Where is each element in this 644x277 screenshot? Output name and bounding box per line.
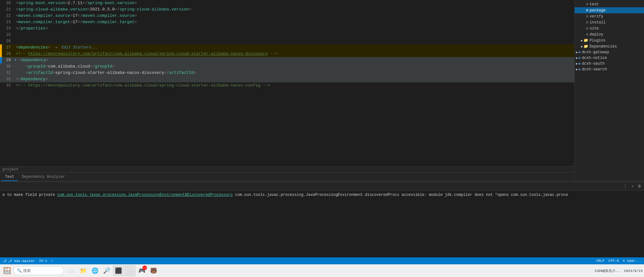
- encoding-label[interactable]: UTF-8: [609, 259, 619, 263]
- maven-sidebar: ⚙ test ⚙ package ⚙ verify: [574, 0, 644, 181]
- error-prefix: e to make field private: [3, 193, 57, 197]
- line-content-27: <dependencies> ✏ Edit Starters...: [15, 44, 574, 51]
- line-26: 26: [0, 38, 574, 44]
- terminal-error-line: e to make field private com.sun.tools.ja…: [3, 193, 641, 197]
- terminal-icon: ⬛: [115, 267, 122, 274]
- chevron-oauth-icon: ▶: [576, 62, 578, 66]
- chevron-gateway-icon: ▶: [576, 50, 578, 54]
- terminal-toolbar: ⋮ ✕ 🗑: [0, 182, 644, 191]
- chevron-deps-icon: ▶: [581, 45, 583, 48]
- error-class-link[interactable]: com.sun.tools.javac.processing.JavaProce…: [57, 193, 233, 197]
- maven-item-install[interactable]: ⚙ install: [575, 19, 644, 25]
- idea-icon: ☕: [129, 267, 132, 274]
- line-20: 20 <spring-boot.version>2.7.11</spring-b…: [0, 0, 574, 6]
- line-ending-label[interactable]: CRLF: [596, 259, 604, 263]
- maven-icon-install: ⚙: [586, 20, 588, 25]
- folder-plugins-icon: 📁: [584, 38, 588, 43]
- line-content-24: </properties>: [15, 25, 574, 32]
- maven-label-dependencies: Dependencies: [590, 44, 617, 49]
- terminal-trash-icon[interactable]: 🗑: [638, 184, 641, 189]
- git-sync-icon[interactable]: ↕: [51, 259, 53, 263]
- taskbar-app-bear[interactable]: 🐻: [148, 265, 159, 276]
- line-num-31: 31: [2, 70, 15, 76]
- maven-item-package[interactable]: ⚙ package: [575, 7, 644, 13]
- maven-label-notice: dcxh-notice: [582, 56, 607, 60]
- line-32: 32 </dependency>: [0, 76, 574, 82]
- line-num-21: 21: [2, 6, 15, 13]
- maven-item-site[interactable]: ⚙ site: [575, 25, 644, 31]
- tab-dependency-analyzer[interactable]: Dependency Analyzer: [18, 173, 69, 181]
- terminal-area: ⋮ ✕ 🗑 e to make field private com.sun.to…: [0, 181, 644, 257]
- maven-item-plugins[interactable]: ▶ 📁 Plugins: [575, 37, 644, 43]
- maven-label-package: package: [590, 8, 605, 13]
- status-left: ⎇ ⎇ k8s-master 15:1 ↕: [3, 259, 53, 263]
- maven-item-verify[interactable]: ⚙ verify: [575, 13, 644, 19]
- code-panel: 20 <spring-boot.version>2.7.11</spring-b…: [0, 0, 574, 181]
- line-29: 29 ● <dependency>: [0, 57, 574, 63]
- windows-start-button[interactable]: 🪟: [1, 265, 13, 276]
- taskbar: 🪟 🔍 搜索 🗂 📁 🌐 🔎 ⬛ ☕: [0, 264, 644, 277]
- git-branch-label: ⎇ k8s-master: [8, 259, 35, 263]
- taskbar-app-search2[interactable]: 🔎: [101, 265, 112, 276]
- maven-label-test: test: [590, 2, 599, 7]
- status-right: CRLF UTF-8 4 spac...: [596, 259, 641, 263]
- maven-label-install: install: [590, 20, 605, 25]
- module-oauth-icon: m: [578, 62, 581, 66]
- line-num-22: 22: [2, 13, 15, 19]
- maven-icon-test: ⚙: [586, 2, 588, 7]
- line-content-22: <maven.compiler.source>17</maven.compile…: [15, 13, 574, 19]
- line-content-23: <maven.compiler.target>17</maven.compile…: [15, 19, 574, 25]
- line-content-33: <!-- https://mvnrepository.com/artifact/…: [15, 82, 574, 89]
- maven-item-test[interactable]: ⚙ test: [575, 1, 644, 7]
- taskbar-app-badge[interactable]: 🎮 22: [136, 265, 148, 276]
- search-bar[interactable]: 🔍 搜索: [13, 266, 64, 275]
- search2-icon: 🔎: [103, 267, 110, 274]
- taskbar-app-terminal[interactable]: ⬛: [113, 265, 124, 276]
- maven-item-gateway[interactable]: ▶ m dcxh-gateway: [575, 49, 644, 55]
- line-25: 25: [0, 32, 574, 38]
- taskbar-app-taskview[interactable]: 🗂: [66, 265, 77, 276]
- terminal-content: e to make field private com.sun.tools.ja…: [0, 191, 644, 257]
- line-content-20: <spring-boot.version>2.7.11</spring-boot…: [15, 0, 574, 6]
- line-content-31: <artifactId>spring-cloud-starter-alibaba…: [15, 70, 574, 76]
- terminal-close-icon[interactable]: ✕: [632, 184, 634, 189]
- taskbar-apps-group: 🗂 📁 🌐 🔎 ⬛ ☕ 🎮 22 🐻: [66, 265, 159, 276]
- line-num-24: 24: [2, 25, 15, 32]
- maven-item-search[interactable]: ▶ m dcxh-search: [575, 67, 644, 72]
- badge-count: 22: [142, 266, 147, 270]
- more-options-icon[interactable]: ⋮: [623, 183, 628, 190]
- bear-icon: 🐻: [150, 267, 157, 274]
- cursor-position: 15:1: [39, 259, 47, 263]
- taskbar-right-text: CSDN@东北小... 2024/9/15: [595, 268, 643, 273]
- taskbar-app-files[interactable]: 📁: [78, 265, 89, 276]
- line-num-33: 33: [2, 82, 15, 89]
- chevron-search-icon: ▶: [576, 68, 578, 71]
- maven-item-dependencies[interactable]: ▶ 📁 Dependencies: [575, 43, 644, 49]
- folder-deps-icon: 📁: [584, 44, 588, 49]
- maven-label-gateway: dcxh-gateway: [582, 50, 609, 55]
- maven-item-oauth[interactable]: ▶ m dcxh-oauth: [575, 61, 644, 67]
- maven-icon-deploy: ⚙: [586, 32, 588, 37]
- maven-item-notice[interactable]: ▶ m dcxh-notice: [575, 55, 644, 61]
- indent-label[interactable]: 4 spac...: [623, 259, 641, 263]
- line-33: 33 <!-- https://mvnrepository.com/artifa…: [0, 82, 574, 89]
- line-num-23: 23: [2, 19, 15, 25]
- line-23: 23 <maven.compiler.target>17</maven.comp…: [0, 19, 574, 25]
- comment-link-28[interactable]: https://mvnrepository.com/artifact/com.a…: [28, 51, 268, 56]
- chevron-notice-icon: ▶: [576, 56, 578, 60]
- project-label-bar: project: [0, 166, 574, 172]
- line-24: 24 </properties>: [0, 25, 574, 32]
- line-num-25: 25: [2, 32, 15, 38]
- line-22: 22 <maven.compiler.source>17</maven.comp…: [0, 13, 574, 19]
- tab-text[interactable]: Text: [1, 173, 18, 181]
- line-21: 21 <spring-cloud-alibaba.version>2021.0.…: [0, 6, 574, 13]
- line-num-29: 29: [2, 57, 15, 63]
- bottom-tabs-bar: Text Dependency Analyzer: [0, 172, 574, 181]
- breakpoint-icon-29: ●: [15, 57, 16, 63]
- edit-starters-link[interactable]: Edit Starters...: [62, 45, 98, 50]
- status-bar: ⎇ ⎇ k8s-master 15:1 ↕ CRLF UTF-8 4 spac.…: [0, 257, 644, 264]
- app-container: 20 <spring-boot.version>2.7.11</spring-b…: [0, 0, 644, 277]
- taskbar-app-idea[interactable]: ☕: [124, 265, 136, 276]
- maven-item-deploy[interactable]: ⚙ deploy: [575, 31, 644, 37]
- taskbar-app-edge[interactable]: 🌐: [89, 265, 101, 276]
